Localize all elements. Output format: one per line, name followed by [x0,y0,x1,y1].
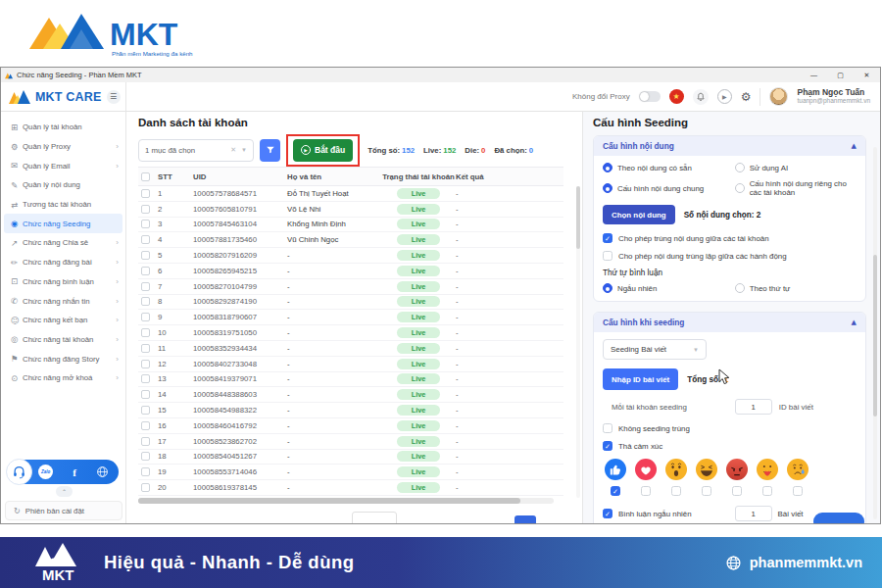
row-checkbox[interactable] [141,328,150,337]
row-checkbox[interactable] [141,406,150,415]
content-config-header[interactable]: Cấu hình nội dung ▲ [594,136,865,156]
support-social-bar[interactable]: Zalo f [9,460,119,484]
reaction-care-icon[interactable] [757,459,778,480]
content-radio-1[interactable]: Sử dụng AI [735,163,857,172]
menu-toggle-button[interactable]: ☰ [107,90,121,104]
row-checkbox[interactable] [141,220,150,228]
checkbox[interactable] [603,233,612,243]
row-checkbox[interactable] [141,313,150,321]
row-checkbox[interactable] [141,235,150,244]
language-flag-icon[interactable]: ★ [669,89,684,104]
row-checkbox[interactable] [141,374,150,383]
select-all-checkbox[interactable] [141,172,150,181]
row-checkbox[interactable] [141,267,150,275]
sidebar-item-9[interactable]: ✆Chức năng nhắn tin› [1,291,125,311]
row-checkbox[interactable] [141,282,150,291]
content-checkbox-row-1[interactable]: Cho phép nội dung trùng lặp giữa các hàn… [603,251,857,261]
content-radio-3[interactable]: Cấu hình nội dung riêng cho các tài khoả… [735,179,857,197]
reactions-checkbox[interactable] [603,441,612,451]
settings-gear-icon[interactable]: ⚙ [741,90,752,104]
content-radio-0[interactable]: Theo nội dung có sẵn [603,163,735,172]
sidebar-item-7[interactable]: ✏Chức năng đăng bài› [1,253,125,272]
row-checkbox[interactable] [141,251,150,260]
sidebar-item-0[interactable]: ⊞Quản lý tài khoản [1,118,125,137]
radio-button[interactable] [735,183,745,193]
page-size-input[interactable] [352,512,397,523]
start-button[interactable]: ▶ Bắt đầu [293,139,353,162]
row-checkbox[interactable] [141,360,150,368]
row-checkbox[interactable] [141,467,150,476]
table-horizontal-scrollbar[interactable] [138,498,554,504]
sidebar-item-12[interactable]: ⚑Chức năng đăng Story› [1,349,125,368]
support-headset-icon[interactable] [6,459,32,485]
user-info[interactable]: Phạm Ngọc Tuấn tuanpn@phanmemmkt.vn [797,88,870,105]
reaction-checkbox-haha[interactable] [702,486,711,496]
reaction-checkbox-wow[interactable] [671,486,681,496]
reaction-checkbox-like[interactable] [611,486,620,496]
sidebar-item-3[interactable]: ✎Quản lý nội dung [1,175,125,195]
row-checkbox[interactable] [141,483,150,492]
radio-button[interactable] [735,283,745,293]
reaction-checkbox-sad[interactable] [793,486,803,496]
clear-selection-icon[interactable]: ✕ [230,146,236,154]
radio-button[interactable] [603,183,612,193]
row-checkbox[interactable] [141,452,150,461]
user-avatar[interactable] [769,87,788,106]
collapse-social-chip[interactable]: ⌃ [56,486,73,497]
version-item[interactable]: ↻ Phiên bản cài đặt [5,501,122,520]
sidebar-item-2[interactable]: ✉Quản lý Email› [1,156,125,175]
content-radio-2[interactable]: Cấu hình nội dung chung [603,179,735,197]
checkbox[interactable] [603,251,612,261]
radio-button[interactable] [603,163,612,172]
no-duplicate-seeding-checkbox[interactable] [603,423,612,433]
enter-post-id-button[interactable]: Nhập ID bài viết [603,368,678,390]
minimize-button[interactable]: — [801,68,827,82]
row-checkbox[interactable] [141,205,150,214]
row-checkbox[interactable] [141,437,150,446]
sidebar-item-11[interactable]: ◎Chức năng tài khoản› [1,330,125,350]
reaction-checkbox-angry[interactable] [732,486,742,496]
order-radio-1[interactable]: Theo thứ tự [735,283,857,293]
reaction-love-icon[interactable] [635,459,657,480]
config-vertical-scrollbar[interactable] [873,147,877,519]
table-vertical-scrollbar[interactable] [576,186,580,498]
sidebar-item-1[interactable]: ⚙Quản lý Proxy› [1,137,125,157]
sidebar-item-8[interactable]: ⊡Chức năng bình luận› [1,272,125,292]
radio-button[interactable] [735,163,745,172]
pagination-button[interactable] [514,515,536,523]
seeding-config-header[interactable]: Cấu hình khi seeding ▲ [594,313,865,332]
reaction-angry-icon[interactable] [726,459,748,480]
maximize-button[interactable]: ▢ [827,68,854,82]
reaction-checkbox-love[interactable] [641,486,651,496]
sidebar-item-4[interactable]: ⇄Tương tác tài khoản [1,195,125,215]
reaction-haha-icon[interactable] [696,459,717,480]
row-checkbox[interactable] [141,421,150,430]
random-comment-input[interactable] [735,506,772,521]
row-checkbox[interactable] [141,390,150,399]
reaction-sad-icon[interactable] [787,459,808,480]
seeding-type-select[interactable]: Seeding Bài viết ▼ [603,339,707,360]
filter-button[interactable] [260,139,280,162]
radio-button[interactable] [603,283,612,293]
tutorial-play-icon[interactable]: ▶ [717,89,732,104]
sidebar-item-13[interactable]: ⊙Chức năng mở khoá› [1,368,125,388]
website-globe-icon[interactable] [96,466,109,478]
proxy-toggle[interactable] [639,91,661,102]
reaction-checkbox-care[interactable] [762,486,772,496]
footer-website[interactable]: phanmemmkt.vn [725,555,862,571]
per-account-input[interactable] [735,399,772,415]
close-button[interactable]: ✕ [854,68,880,82]
save-config-button-partial[interactable] [813,513,864,523]
zalo-icon[interactable]: Zalo [38,465,53,479]
sidebar-item-5[interactable]: ◉Chức năng Seeding [4,214,122,233]
reaction-wow-icon[interactable] [665,459,687,480]
notifications-bell-icon[interactable] [693,89,709,105]
choose-content-button[interactable]: Chọn nội dung [603,205,675,224]
random-comment-checkbox[interactable] [603,509,612,518]
reaction-like-icon[interactable] [605,459,626,480]
row-checkbox[interactable] [141,344,150,353]
facebook-icon[interactable]: f [73,466,76,478]
selection-dropdown[interactable]: 1 mục đã chọn ✕ ▼ [138,139,254,162]
row-checkbox[interactable] [141,297,150,306]
content-checkbox-row-0[interactable]: Cho phép trùng nội dung giữa các tài kho… [603,233,857,243]
